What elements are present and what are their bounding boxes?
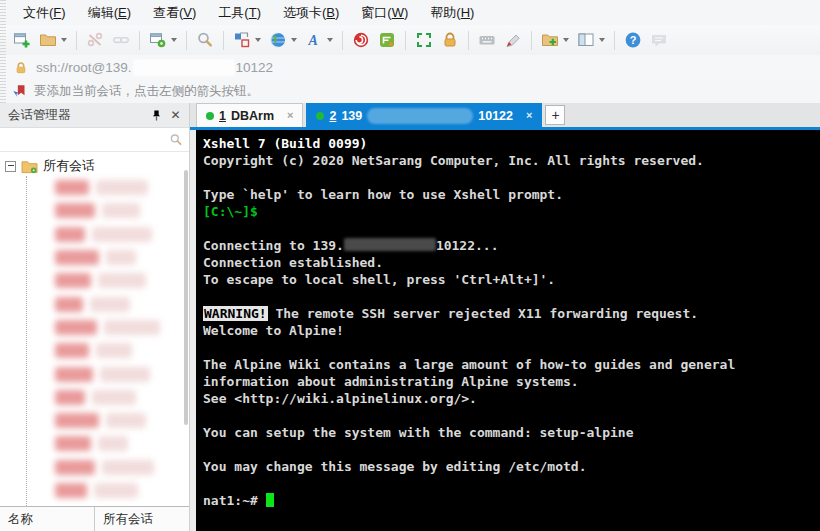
- tree-root-label: 所有会话: [43, 157, 95, 175]
- address-bar[interactable]: ssh://root@139. 10122: [0, 55, 820, 81]
- dropdown-caret-icon[interactable]: [563, 38, 569, 42]
- session-redaction-blob: [106, 413, 146, 428]
- add-session-arrow-icon: [12, 84, 27, 99]
- layout-icon: [577, 31, 595, 49]
- reconnect-icon: [112, 31, 130, 49]
- terminal-line: [203, 220, 820, 237]
- dropdown-caret-icon[interactable]: [61, 38, 67, 42]
- collapse-icon[interactable]: [5, 161, 16, 172]
- session-tab-1[interactable]: 1DBArm×: [196, 103, 303, 127]
- tab-close-icon[interactable]: ×: [287, 110, 293, 121]
- terminal-line: [203, 407, 820, 424]
- sessions-folder-icon: [21, 159, 38, 174]
- info-bar: 要添加当前会话，点击左侧的箭头按钮。: [0, 80, 820, 104]
- terminal-line: [203, 169, 820, 186]
- tab-bar: 1DBArm×213910122×+: [190, 103, 820, 130]
- menu-file[interactable]: 文件(F): [12, 0, 77, 25]
- session-redaction-blob: [55, 227, 85, 242]
- dropdown-caret-icon[interactable]: [171, 38, 177, 42]
- menu-bar: 文件(F)编辑(E)查看(V)工具(T)选项卡(B)窗口(W)帮助(H): [0, 0, 820, 26]
- terminal[interactable]: Xshell 7 (Build 0099)Copyright (c) 2020 …: [196, 130, 820, 531]
- session-item-redacted[interactable]: [0, 223, 183, 246]
- menu-tab[interactable]: 选项卡(B): [272, 0, 350, 25]
- reconnect-button: [109, 29, 133, 51]
- session-search-box[interactable]: [0, 128, 189, 152]
- open-folder-icon: [39, 31, 57, 49]
- menu-tools[interactable]: 工具(T): [207, 0, 272, 25]
- terminal-text: To escape to local shell, press 'Ctrl+Al…: [203, 272, 555, 287]
- new-session-button[interactable]: [10, 29, 34, 51]
- properties-icon: [149, 31, 167, 49]
- terminal-text: The Alpine Wiki contains a large amount …: [203, 357, 735, 372]
- session-item-redacted[interactable]: [0, 269, 183, 292]
- open-button[interactable]: [36, 29, 70, 51]
- toolbar: A?: [0, 25, 820, 56]
- fullscreen-icon: [415, 31, 433, 49]
- session-item-redacted[interactable]: [0, 199, 183, 222]
- menu-help[interactable]: 帮助(H): [419, 0, 485, 25]
- session-tab-2[interactable]: 213910122×: [306, 103, 542, 127]
- dropdown-caret-icon[interactable]: [327, 38, 333, 42]
- folder-plus-icon: [541, 31, 559, 49]
- terminal-line: You can setup the system with the comman…: [203, 424, 820, 441]
- tree-root-all-sessions[interactable]: 所有会话: [0, 152, 189, 176]
- session-redaction-blob: [55, 203, 95, 218]
- tab-close-icon[interactable]: ×: [526, 110, 532, 121]
- session-item-redacted[interactable]: [0, 386, 183, 409]
- session-item-redacted[interactable]: [0, 176, 183, 199]
- menu-window[interactable]: 窗口(W): [350, 0, 419, 25]
- terminal-line: WARNING! The remote SSH server rejected …: [203, 305, 820, 322]
- xagent-button[interactable]: [349, 29, 373, 51]
- terminal-line: information about administrating Alpine …: [203, 373, 820, 390]
- close-panel-icon[interactable]: ✕: [166, 106, 185, 124]
- find-button[interactable]: [193, 29, 217, 51]
- keyboard-button[interactable]: [475, 29, 499, 51]
- footer-column-name[interactable]: 名称: [0, 507, 95, 531]
- session-item-redacted[interactable]: [0, 246, 183, 269]
- session-manager-panel: 会话管理器 ✕ 所有会话 名称所有会话: [0, 103, 190, 531]
- lock-icon: [441, 31, 459, 49]
- pin-icon[interactable]: [147, 106, 166, 124]
- session-list: [0, 176, 183, 506]
- terminal-text: nat1:~#: [203, 493, 266, 508]
- new-tab-button[interactable]: +: [545, 105, 565, 125]
- layout-button[interactable]: [574, 29, 608, 51]
- new-folder-button[interactable]: [538, 29, 572, 51]
- highlight-button[interactable]: [501, 29, 525, 51]
- dropdown-caret-icon[interactable]: [255, 38, 261, 42]
- session-item-redacted[interactable]: [0, 432, 183, 455]
- session-item-redacted[interactable]: [0, 456, 183, 479]
- font-button[interactable]: A: [302, 29, 336, 51]
- xftp-button[interactable]: [375, 29, 399, 51]
- terminal-line: [203, 288, 820, 305]
- session-search-input[interactable]: [6, 130, 169, 150]
- dropdown-caret-icon[interactable]: [291, 38, 297, 42]
- sidebar-scrollbar[interactable]: [184, 170, 188, 425]
- help-button[interactable]: ?: [621, 29, 645, 51]
- session-redaction-blob: [100, 367, 150, 382]
- xftp-icon: [378, 31, 396, 49]
- terminal-line: Type `help' to learn how to use Xshell p…: [203, 186, 820, 203]
- properties-button[interactable]: [146, 29, 180, 51]
- session-item-redacted[interactable]: [0, 292, 183, 315]
- session-item-redacted[interactable]: [0, 316, 183, 339]
- footer-column-all-sessions[interactable]: 所有会话: [95, 507, 189, 531]
- session-item-redacted[interactable]: [0, 339, 183, 362]
- tab-title: DBArm: [231, 109, 274, 123]
- session-item-redacted[interactable]: [0, 362, 183, 385]
- session-redaction-blob: [55, 367, 93, 382]
- lock-button[interactable]: [438, 29, 462, 51]
- encoding-button[interactable]: [266, 29, 300, 51]
- compose-icon: [233, 31, 251, 49]
- session-item-redacted[interactable]: [0, 479, 183, 502]
- terminal-redaction: [344, 238, 436, 251]
- find-icon: [196, 31, 214, 49]
- toolbar-separator: [614, 31, 615, 50]
- fullscreen-button[interactable]: [412, 29, 436, 51]
- session-item-redacted[interactable]: [0, 409, 183, 432]
- menu-view[interactable]: 查看(V): [142, 0, 207, 25]
- terminal-line: Connecting to 139.10122...: [203, 237, 820, 254]
- dropdown-caret-icon[interactable]: [599, 38, 605, 42]
- compose-button[interactable]: [230, 29, 264, 51]
- menu-edit[interactable]: 编辑(E): [77, 0, 142, 25]
